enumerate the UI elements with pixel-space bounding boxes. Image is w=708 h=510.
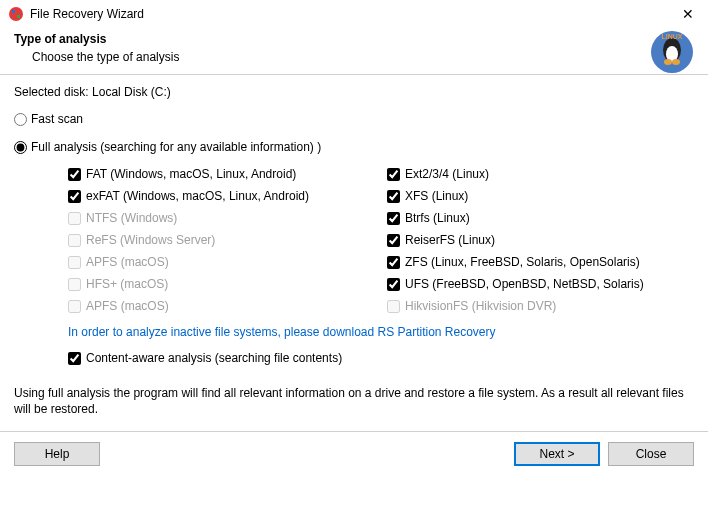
download-partition-recovery-link[interactable]: In order to analyze inactive file system…	[68, 325, 694, 339]
fast-scan-radio-input[interactable]	[14, 113, 27, 126]
fs-label: APFS (macOS)	[86, 299, 169, 313]
fs-label: ReFS (Windows Server)	[86, 233, 215, 247]
fs-option-hfsplus: HFS+ (macOS)	[68, 273, 375, 295]
page-subtitle: Choose the type of analysis	[32, 50, 694, 64]
fs-checkbox[interactable]	[387, 212, 400, 225]
fs-label: ZFS (Linux, FreeBSD, Solaris, OpenSolari…	[405, 255, 640, 269]
fs-checkbox	[68, 256, 81, 269]
svg-rect-1	[12, 10, 15, 13]
help-button[interactable]: Help	[14, 442, 100, 466]
fast-scan-label: Fast scan	[31, 112, 83, 126]
svg-point-0	[9, 7, 23, 21]
titlebar: File Recovery Wizard ✕	[0, 0, 708, 28]
fs-label: UFS (FreeBSD, OpenBSD, NetBSD, Solaris)	[405, 277, 644, 291]
fs-checkbox	[68, 234, 81, 247]
fs-option-apfs-2: APFS (macOS)	[68, 295, 375, 317]
window-close-button[interactable]: ✕	[668, 0, 708, 28]
close-button[interactable]: Close	[608, 442, 694, 466]
fs-option-xfs[interactable]: XFS (Linux)	[387, 185, 694, 207]
full-analysis-label: Full analysis (searching for any availab…	[31, 140, 321, 154]
fast-scan-radio[interactable]: Fast scan	[14, 109, 694, 129]
fs-option-btrfs[interactable]: Btrfs (Linux)	[387, 207, 694, 229]
svg-point-6	[664, 59, 672, 65]
fs-label: NTFS (Windows)	[86, 211, 177, 225]
fs-option-ntfs: NTFS (Windows)	[68, 207, 375, 229]
fs-checkbox[interactable]	[387, 256, 400, 269]
fs-label: FAT (Windows, macOS, Linux, Android)	[86, 167, 296, 181]
full-analysis-radio[interactable]: Full analysis (searching for any availab…	[14, 137, 694, 157]
fs-option-zfs[interactable]: ZFS (Linux, FreeBSD, Solaris, OpenSolari…	[387, 251, 694, 273]
fs-checkbox[interactable]	[387, 190, 400, 203]
fs-option-ext[interactable]: Ext2/3/4 (Linux)	[387, 163, 694, 185]
fs-option-reiserfs[interactable]: ReiserFS (Linux)	[387, 229, 694, 251]
fs-label: HFS+ (macOS)	[86, 277, 168, 291]
content-aware-checkbox[interactable]: Content-aware analysis (searching file c…	[68, 351, 694, 365]
svg-text:LINUX: LINUX	[662, 33, 683, 40]
filesystem-column-right: Ext2/3/4 (Linux) XFS (Linux) Btrfs (Linu…	[387, 163, 694, 317]
wizard-header: Type of analysis Choose the type of anal…	[0, 28, 708, 75]
fs-label: ReiserFS (Linux)	[405, 233, 495, 247]
fs-label: XFS (Linux)	[405, 189, 468, 203]
svg-point-7	[672, 59, 680, 65]
fs-checkbox[interactable]	[68, 168, 81, 181]
content-aware-checkbox-input[interactable]	[68, 352, 81, 365]
fs-option-apfs: APFS (macOS)	[68, 251, 375, 273]
fs-option-exfat[interactable]: exFAT (Windows, macOS, Linux, Android)	[68, 185, 375, 207]
content-aware-label: Content-aware analysis (searching file c…	[86, 351, 342, 365]
fs-option-fat[interactable]: FAT (Windows, macOS, Linux, Android)	[68, 163, 375, 185]
fs-checkbox	[68, 212, 81, 225]
fs-option-ufs[interactable]: UFS (FreeBSD, OpenBSD, NetBSD, Solaris)	[387, 273, 694, 295]
app-icon	[8, 6, 24, 22]
page-title: Type of analysis	[14, 32, 694, 46]
fs-checkbox	[68, 300, 81, 313]
full-analysis-radio-input[interactable]	[14, 141, 27, 154]
svg-rect-2	[17, 15, 20, 18]
fs-checkbox	[387, 300, 400, 313]
fs-checkbox[interactable]	[387, 278, 400, 291]
fs-label: APFS (macOS)	[86, 255, 169, 269]
fs-checkbox	[68, 278, 81, 291]
fs-checkbox[interactable]	[68, 190, 81, 203]
window-title: File Recovery Wizard	[30, 7, 144, 21]
fs-checkbox[interactable]	[387, 234, 400, 247]
selected-disk-label: Selected disk: Local Disk (C:)	[14, 85, 694, 99]
button-bar: Help Next > Close	[0, 432, 708, 476]
linux-logo-icon: LINUX	[650, 30, 694, 74]
fs-label: HikvisionFS (Hikvision DVR)	[405, 299, 556, 313]
filesystem-grid: FAT (Windows, macOS, Linux, Android) exF…	[68, 163, 694, 317]
fs-checkbox[interactable]	[387, 168, 400, 181]
fs-option-hikvisionfs: HikvisionFS (Hikvision DVR)	[387, 295, 694, 317]
fs-option-refs: ReFS (Windows Server)	[68, 229, 375, 251]
next-button[interactable]: Next >	[514, 442, 600, 466]
fs-label: Ext2/3/4 (Linux)	[405, 167, 489, 181]
wizard-content: Selected disk: Local Disk (C:) Fast scan…	[0, 75, 708, 365]
fs-label: exFAT (Windows, macOS, Linux, Android)	[86, 189, 309, 203]
close-icon: ✕	[682, 6, 694, 22]
fs-label: Btrfs (Linux)	[405, 211, 470, 225]
description-text: Using full analysis the program will fin…	[14, 385, 694, 417]
filesystem-column-left: FAT (Windows, macOS, Linux, Android) exF…	[68, 163, 375, 317]
